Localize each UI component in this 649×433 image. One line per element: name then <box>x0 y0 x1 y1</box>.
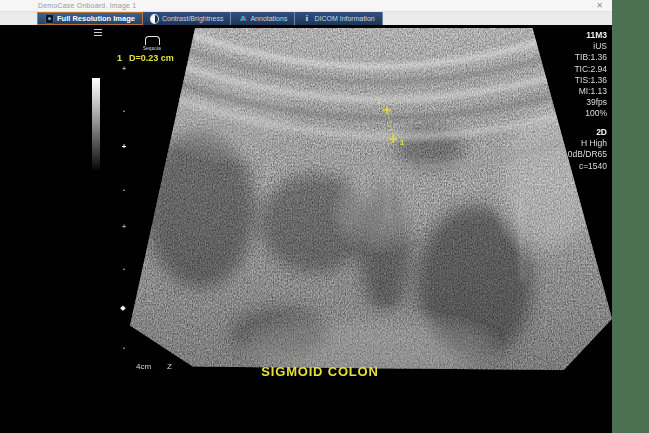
tab-label: Full Resolution Image <box>57 14 135 23</box>
measurement-readout: 1 D=0.23 cm <box>117 53 174 63</box>
tab-contrast-brightness[interactable]: Contrast/Brightness <box>143 12 231 25</box>
vendor-logo: Sequoia <box>141 36 163 51</box>
tab-label: Annotations <box>250 15 287 22</box>
caliper-label: 1 <box>400 138 405 147</box>
depth-tick: • <box>119 108 129 114</box>
caliper-measurement: 1 1 <box>368 92 412 154</box>
measurement-value: D=0.23 cm <box>129 53 174 63</box>
measurement-index: 1 <box>117 53 122 63</box>
mode-column: 2D H High 0dB/DR65 c=1540 <box>568 127 607 172</box>
depth-tick: • <box>119 187 129 193</box>
framerate-value: 39fps <box>574 97 607 108</box>
grayscale-bar <box>92 78 100 172</box>
depth-tick: + <box>119 66 129 72</box>
mi-value: MI:1.13 <box>574 86 607 97</box>
tis-value: TIS:1.36 <box>574 75 607 86</box>
sequoia-logo-icon <box>145 36 160 45</box>
depth-tick: + <box>119 224 129 230</box>
status-column: 11M3 iUS TIB:1.36 TIC:2.94 TIS:1.36 MI:1… <box>574 30 607 120</box>
title-bar: DemoCase Onboard, Image 1 ✕ <box>0 0 612 12</box>
depth-label: 4cm <box>136 362 151 371</box>
window-title: DemoCase Onboard, Image 1 <box>38 2 136 9</box>
tab-dicom-information[interactable]: i DICOM Information <box>295 12 382 25</box>
transducer-label: 11M3 <box>574 30 607 41</box>
focus-marker-icon: ◆ <box>117 304 129 311</box>
preset-label: iUS <box>574 41 607 52</box>
vendor-name: Sequoia <box>141 46 163 51</box>
full-resolution-icon <box>45 14 54 23</box>
harmonics-label: H High <box>568 138 607 149</box>
tab-annotations[interactable]: A Annotations <box>231 12 295 25</box>
info-icon: i <box>302 14 311 23</box>
tab-label: Contrast/Brightness <box>162 15 223 22</box>
mode-label: 2D <box>568 127 607 138</box>
gain-dr-value: 0dB/DR65 <box>568 149 607 160</box>
caliper-label: 1 <box>377 97 382 106</box>
tib-value: TIB:1.36 <box>574 52 607 63</box>
depth-tick: + <box>119 144 129 150</box>
tab-label: DICOM Information <box>314 15 374 22</box>
ultrasound-image <box>130 28 612 370</box>
screen: DemoCase Onboard, Image 1 ✕ Full Resolut… <box>0 0 649 433</box>
sound-speed-value: c=1540 <box>568 161 607 172</box>
annotations-icon: A <box>238 14 247 23</box>
close-icon[interactable]: ✕ <box>596 1 603 10</box>
depth-tick: • <box>119 266 129 272</box>
zoom-marker: Z <box>167 362 172 371</box>
contrast-icon <box>150 14 159 23</box>
tic-value: TIC:2.94 <box>574 64 607 75</box>
annotation-text: SIGMOID COLON <box>220 364 420 379</box>
power-value: 100% <box>574 108 607 119</box>
tab-strip: Full Resolution Image Contrast/Brightnes… <box>0 12 612 25</box>
tab-full-resolution-image[interactable]: Full Resolution Image <box>37 12 143 25</box>
orientation-marker-icon <box>94 29 102 38</box>
depth-tick: • <box>119 345 129 351</box>
